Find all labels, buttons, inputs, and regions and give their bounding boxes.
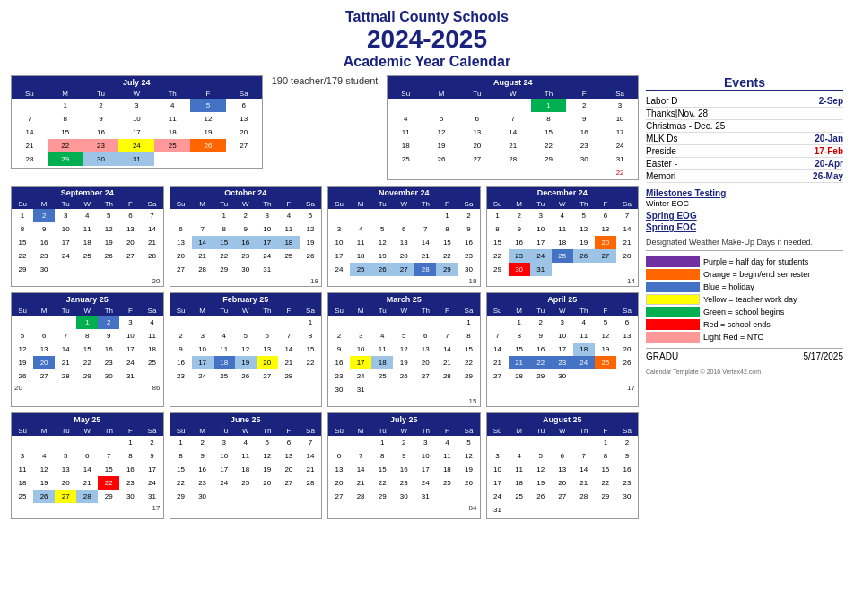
month-dec24: December 24 SuMTuWThFSa 1234567 89101112…: [486, 186, 640, 287]
calendar-grid: September 24 SuMTuWThFSa 1234567 8910111…: [11, 186, 639, 519]
month-sep24: September 24 SuMTuWThFSa 1234567 8910111…: [11, 186, 164, 287]
month-july24-days: SuMTuWThFSa: [12, 89, 262, 99]
sidebar: Events Labor D 2-Sep Thanks|Nov. 28 Chri…: [646, 75, 843, 519]
month-august24-days: SuMTuWThFSa: [388, 89, 638, 99]
cal-subtitle: Academic Year Calendar: [11, 54, 843, 70]
month-august24: August 24 SuMTuWThFSa 123 45678910 11121…: [387, 75, 639, 180]
event-christmas: Christmas - Dec. 25: [646, 120, 843, 133]
event-presidents: Preside 17-Feb: [646, 145, 843, 158]
legend: Purple = half day for students Orange = …: [646, 256, 843, 343]
month-jan25: January 25 SuMTuWThFSa 1234 567891011 12…: [11, 292, 164, 407]
school-name: Tattnall County Schools: [11, 9, 843, 25]
gradu-date: 5/17/2025: [804, 351, 844, 361]
credit-line: Calendar Template © 2016 Vertex42.com: [646, 369, 843, 375]
month-mar25: March 25 SuMTuWThFSa 1 2345678 910111213…: [327, 292, 481, 407]
event-mlk: MLK Ds 20-Jan: [646, 133, 843, 145]
yellow-color-swatch: [646, 294, 700, 305]
spring-eog-title: Spring EOG: [646, 211, 843, 221]
main-content: July 24 SuMTuWThFSa 123456 78910111213 1…: [11, 75, 843, 519]
month-august24-header: August 24: [388, 76, 638, 89]
event-memorial: Memori 26-May: [646, 170, 843, 183]
top-section: July 24 SuMTuWThFSa 123456 78910111213 1…: [11, 75, 639, 180]
legend-green: Green = school begins: [646, 307, 843, 317]
legend-yellow: Yellow = teacher work day: [646, 294, 843, 305]
graduation-row: GRADU 5/17/2025: [646, 348, 843, 361]
page: Tattnall County Schools 2024-2025 Academ…: [0, 0, 854, 528]
event-easter: Easter - 20-Apr: [646, 158, 843, 170]
year-title: 2024-2025: [11, 25, 843, 54]
blue-color-swatch: [646, 282, 700, 292]
legend-orange: Orange = begin/end semester: [646, 269, 843, 280]
event-thanksgiving: Thanks|Nov. 28: [646, 108, 843, 120]
purple-color-swatch: [646, 256, 700, 267]
legend-purple: Purple = half day for students: [646, 256, 843, 267]
milestones-section: Milestones Testing Winter EOC Spring EOG…: [646, 188, 843, 232]
month-july24: July 24 SuMTuWThFSa 123456 78910111213 1…: [11, 75, 263, 169]
top-center: 190 teacher/179 student: [263, 75, 388, 86]
spring-eoc-title: Spring EOC: [646, 222, 843, 232]
calendars-area: July 24 SuMTuWThFSa 123456 78910111213 1…: [11, 75, 639, 519]
weather-note: Designated Weather Make-Up Days if neede…: [646, 238, 843, 251]
month-july24-footer: [12, 166, 262, 168]
red-color-swatch: [646, 319, 700, 330]
month-apr25: April 25 SuMTuWThFSa 123456 78910111213 …: [486, 292, 640, 407]
event-labor-day: Labor D 2-Sep: [646, 95, 843, 108]
lightred-color-swatch: [646, 332, 700, 343]
orange-color-swatch: [646, 269, 700, 280]
header: Tattnall County Schools 2024-2025 Academ…: [11, 9, 843, 70]
month-jul25: July 25 SuMTuWThFSa 12345 6789101112 131…: [327, 412, 481, 519]
sidebar-title: Events: [646, 75, 843, 91]
month-jun25: June 25 SuMTuWThFSa 1234567 891011121314…: [170, 412, 323, 519]
gradu-label: GRADU: [646, 351, 678, 361]
month-july24-body: 123456 78910111213 14151617181920 212223…: [12, 99, 262, 166]
month-may25: May 25 SuMTuWThFSa 12 3456789 1112131415…: [11, 412, 164, 519]
month-feb25: February 25 SuMTuWThFSa 1 2345678 910111…: [170, 292, 323, 407]
month-aug25: August 25 SuMTuWThFSa 12 3456789 1011121…: [486, 412, 640, 519]
legend-red: Red = school ends: [646, 319, 843, 330]
month-oct24: October 24 SuMTuWThFSa 12345 6789101112 …: [170, 186, 323, 287]
month-august24-body: 123 45678910 11121314151617 181920212223…: [388, 99, 638, 179]
legend-blue: Blue = holiday: [646, 282, 843, 292]
student-count: 190 teacher/179 student: [272, 75, 379, 86]
legend-lightred: Light Red = NTO: [646, 332, 843, 343]
winter-eoc: Winter EOC: [646, 198, 843, 209]
month-july24-header: July 24: [12, 76, 262, 89]
milestones-title: Milestones Testing: [646, 188, 843, 198]
green-color-swatch: [646, 307, 700, 317]
month-nov24: November 24 SuMTuWThFSa 12 3456789 10111…: [327, 186, 481, 287]
